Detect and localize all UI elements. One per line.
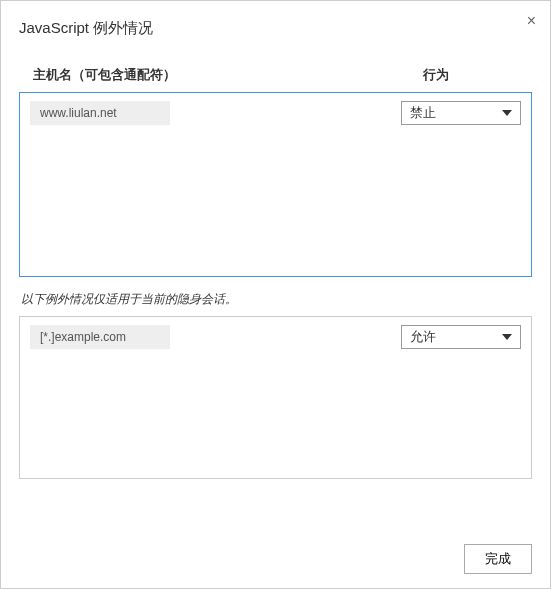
exceptions-dialog: × JavaScript 例外情况 主机名（可包含通配符） 行为 www.liu… [0, 0, 551, 589]
hostname-header: 主机名（可包含通配符） [33, 66, 423, 84]
close-icon[interactable]: × [527, 13, 536, 29]
incognito-exceptions-list[interactable]: [*.]example.com 允许 [19, 316, 532, 479]
behavior-value: 禁止 [410, 104, 436, 122]
chevron-down-icon [502, 110, 512, 116]
column-headers: 主机名（可包含通配符） 行为 [19, 66, 532, 84]
chevron-down-icon [502, 334, 512, 340]
incognito-note: 以下例外情况仅适用于当前的隐身会话。 [19, 291, 532, 308]
behavior-select[interactable]: 禁止 [401, 101, 521, 125]
exceptions-list[interactable]: www.liulan.net 禁止 [19, 92, 532, 277]
done-button[interactable]: 完成 [464, 544, 532, 574]
dialog-footer: 完成 [464, 544, 532, 574]
table-row: [*.]example.com 允许 [30, 325, 521, 349]
behavior-header: 行为 [423, 66, 518, 84]
hostname-field[interactable]: www.liulan.net [30, 101, 170, 125]
behavior-value: 允许 [410, 328, 436, 346]
table-row: www.liulan.net 禁止 [30, 101, 521, 125]
hostname-field[interactable]: [*.]example.com [30, 325, 170, 349]
dialog-title: JavaScript 例外情况 [19, 19, 532, 38]
behavior-select[interactable]: 允许 [401, 325, 521, 349]
